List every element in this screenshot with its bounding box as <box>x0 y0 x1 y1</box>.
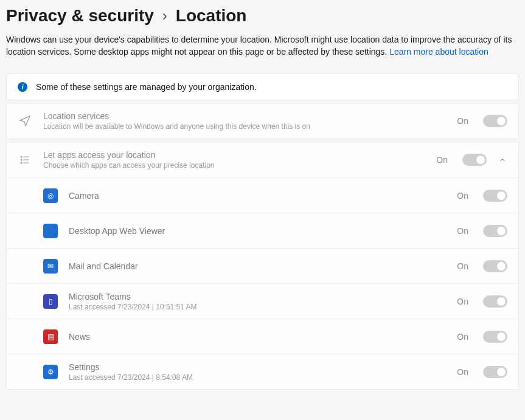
app-toggle-state: On <box>457 297 468 306</box>
app-name: Desktop App Web Viewer <box>69 226 446 236</box>
breadcrumb-parent[interactable]: Privacy & security <box>6 6 154 26</box>
apps-access-subtitle: Choose which apps can access your precis… <box>43 161 425 170</box>
svg-point-2 <box>21 159 22 160</box>
app-row: Desktop App Web ViewerOn <box>7 213 518 248</box>
page-description: Windows can use your device's capabiliti… <box>6 34 519 58</box>
location-services-card: Location services Location will be avail… <box>6 103 519 139</box>
app-toggle[interactable] <box>483 295 507 308</box>
chevron-up-icon[interactable] <box>498 156 507 164</box>
app-icon <box>43 224 58 238</box>
svg-point-4 <box>21 162 22 164</box>
app-toggle-state: On <box>457 332 468 342</box>
list-icon <box>18 154 32 166</box>
apps-access-row[interactable]: Let apps access your location Choose whi… <box>7 142 518 177</box>
app-last-accessed: Last accessed 7/23/2024 | 10:51:51 AM <box>69 303 446 311</box>
app-toggle-state: On <box>457 191 468 201</box>
apps-access-title: Let apps access your location <box>43 150 425 160</box>
app-toggle[interactable] <box>483 190 507 202</box>
info-icon: i <box>18 82 27 92</box>
app-toggle[interactable] <box>483 366 507 378</box>
app-icon: ▤ <box>43 329 58 344</box>
app-row: ▯Microsoft TeamsLast accessed 7/23/2024 … <box>7 283 518 318</box>
app-row: ▤NewsOn <box>7 318 518 354</box>
svg-point-0 <box>21 156 22 157</box>
location-services-subtitle: Location will be available to Windows an… <box>43 122 446 131</box>
app-toggle[interactable] <box>483 260 507 272</box>
location-services-title: Location services <box>43 111 446 121</box>
org-managed-banner: i Some of these settings are managed by … <box>6 74 519 100</box>
app-icon: ✉ <box>43 259 58 274</box>
breadcrumb: Privacy & security › Location <box>6 6 519 26</box>
app-toggle-state: On <box>457 226 468 236</box>
location-services-row: Location services Location will be avail… <box>7 103 518 139</box>
app-name: News <box>69 332 446 342</box>
banner-text: Some of these settings are managed by yo… <box>36 82 257 92</box>
location-arrow-icon <box>18 114 32 128</box>
app-name: Settings <box>69 362 446 372</box>
app-icon: ◎ <box>43 188 58 203</box>
apps-access-state: On <box>436 155 448 165</box>
location-services-state: On <box>457 116 468 126</box>
apps-access-toggle[interactable] <box>462 154 487 166</box>
app-name: Camera <box>69 191 446 201</box>
app-toggle-state: On <box>457 367 468 377</box>
breadcrumb-current: Location <box>176 6 247 26</box>
app-icon: ⚙ <box>43 365 58 379</box>
app-row: ✉Mail and CalendarOn <box>7 248 518 283</box>
app-row: ⚙SettingsLast accessed 7/23/2024 | 8:54:… <box>7 354 518 389</box>
app-toggle[interactable] <box>483 331 507 343</box>
apps-access-card: Let apps access your location Choose whi… <box>6 142 519 390</box>
learn-more-link[interactable]: Learn more about location <box>389 47 488 57</box>
app-toggle[interactable] <box>483 225 507 237</box>
chevron-right-icon: › <box>162 7 167 24</box>
location-services-toggle[interactable] <box>483 115 507 127</box>
app-name: Mail and Calendar <box>69 261 446 271</box>
app-row: ◎CameraOn <box>7 177 518 213</box>
app-icon: ▯ <box>43 294 58 309</box>
app-last-accessed: Last accessed 7/23/2024 | 8:54:08 AM <box>69 373 446 382</box>
app-toggle-state: On <box>457 261 468 271</box>
app-name: Microsoft Teams <box>69 292 446 301</box>
